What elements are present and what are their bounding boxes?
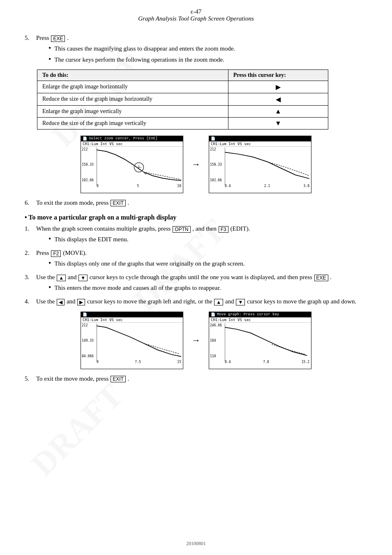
y4-bot: 110 [210,354,222,358]
move-step3-row: 3. Use the ▲ and ▼ cursor keys to cycle … [25,274,367,292]
move-step4-number: 4. [25,298,36,305]
y3-top: 212 [82,324,94,327]
step5-number: 5. [25,35,36,42]
graph1-svg [97,148,181,185]
graph2-ch-label: CH1:Lum Int VS sec [209,141,311,147]
move-step1-text: When the graph screen contains multiple … [36,225,172,232]
optn-key: OPTN [173,226,190,233]
move-step4-content: Use the ◀ and ▶ cursor keys to move the … [36,298,367,305]
table-row: Reduce the size of the graph image verti… [37,117,328,129]
move-step4-section: 4. Use the ◀ and ▶ cursor keys to move t… [25,298,367,369]
graph4-svg [225,324,309,361]
y3-bot: 84.666 [82,354,94,358]
move-graph-subheading: • To move a particular graph on a multi-… [25,214,367,221]
graph1-y-labels: 212 158.33 102.66 [82,148,94,182]
bullet-dot2: • [48,56,51,63]
move-step2-bullet: • This displays only one of the graphs t… [48,259,367,268]
step5-bullet1: • This causes the magnifying glass to di… [48,44,367,53]
f3-key: F3 [219,226,228,233]
move-step1-number: 1. [25,225,36,232]
graph2-doc-icon: 📄 [211,136,215,141]
move-step2-number: 2. [25,250,36,257]
move-step3-and1: and [68,274,78,280]
zoom-table: To do this: Press this cursor key: Enlar… [37,69,328,130]
right-key: ▶ [77,299,85,305]
left-key: ◀ [57,299,65,305]
y-label-top: 212 [82,148,94,151]
zoom-graph2: 📄 CH1:Lum Int VS sec 212 158.33 102.66 [209,136,311,193]
step5-bullet2: • The cursor keys perform the following … [48,55,367,65]
graph3-titlebar: 📄 [81,312,183,317]
graph3-svg [97,324,181,361]
graph3-y-labels: 212 149.33 84.666 [82,324,94,358]
move-step4-text1: Use the [36,298,56,305]
x3-15: 15 [177,360,181,364]
x2-label-21: 2.1 [264,184,270,188]
step5-period: . [67,35,69,41]
x-label-10: 10 [177,184,181,188]
move-step5-content: To exit the move mode, press EXIT . [36,375,367,383]
y3-mid: 149.33 [82,339,94,342]
down-key-1: ▼ [78,275,88,281]
graph3-ch-label: CH1:Lum Int VS sec [81,317,183,323]
x4-04: 0.4 [225,360,231,364]
move-step2-row: 2. Press F2 (MOVE). • This displays only… [25,250,367,268]
step6-text: To exit the zoom mode, press [36,199,108,206]
table-cell-action: Enlarge the graph image vertically [37,105,228,117]
graph2-x-labels: 0.4 2.1 3.8 [225,184,309,188]
exit-key-2: EXIT [111,376,126,382]
move-step3-bullet-text: This enters the move mode and causes all… [54,283,367,293]
step5-press-label: Press [36,35,49,41]
page-title: Graph Analysis Tool Graph Screen Operati… [25,15,367,22]
graph3-area: 212 149.33 84.666 0 7.5 [81,323,183,365]
step5-row: 5. Press EXE . • This causes the magnify… [25,35,367,65]
move-graph4: 📄 Move graph: Press cursor key CH1:Lum I… [209,312,311,369]
bullet-dot-m1: • [48,235,51,243]
table-cell-key: ▲ [228,105,328,117]
exit-key-1: EXIT [111,200,126,206]
table-cell-key: ◀ [228,93,328,105]
page-footer: 20100801 [0,541,392,547]
x-label-0: 0 [97,184,99,188]
zoom-arrow: → [191,159,201,170]
move-step1-content: When the graph screen contains multiple … [36,225,367,244]
bullet-dot-m3: • [48,284,51,291]
graph4-titlebar: 📄 Move graph: Press cursor key [209,312,311,317]
move-step2-section: 2. Press F2 (MOVE). • This displays only… [25,250,367,268]
bullet-dot: • [48,44,51,52]
x4-152: 15.2 [302,360,309,364]
move-step3-bullet: • This enters the move mode and causes a… [48,283,367,293]
table-cell-action: Reduce the size of the graph image horiz… [37,93,228,105]
step6-number: 6. [25,199,36,206]
step6-suffix: . [128,199,129,206]
table-cell-key: ▶ [228,81,328,93]
bullet-dot-m2: • [48,259,51,267]
x3-0: 0 [97,360,99,364]
x2-label-04: 0.4 [225,184,231,188]
move-step2-move: (MOVE). [63,250,87,256]
page-number: ε-47 [25,8,367,15]
move-step4-and2: and [225,298,235,305]
zoom-table-col1-header: To do this: [37,69,228,81]
y-label-bot: 102.66 [82,178,94,182]
x4-78: 7.8 [263,360,269,364]
zoom-graphs-row: 📄 Select zoom center, Press [EXE] CH1:Lu… [25,136,367,193]
graph1-x-labels: 0 5 10 [97,184,181,188]
graph2-area: 212 158.33 102.66 0.4 [209,147,311,189]
move-step3-number: 3. [25,274,36,281]
step6-section: 6. To exit the zoom mode, press EXIT . [25,199,367,207]
x-label-5: 5 [137,184,139,188]
zoom-graph1: 📄 Select zoom center, Press [EXE] CH1:Lu… [81,136,183,193]
move-step4-row: 4. Use the ◀ and ▶ cursor keys to move t… [25,298,367,305]
up-key-2: ▲ [214,299,223,305]
move-step3-section: 3. Use the ▲ and ▼ cursor keys to cycle … [25,274,367,292]
graph4-y-labels: 246.66 184 110 [210,324,222,358]
graph4-doc-icon: 📄 [211,312,215,317]
graph1-title-text: Select zoom center, Press [EXE] [89,136,157,141]
move-step5-row: 5. To exit the move mode, press EXIT . [25,375,367,383]
graph1-ch-label: CH1:Lum Int VS sec [81,141,183,147]
move-graph3: 📄 CH1:Lum Int VS sec 212 149.33 84.666 [81,312,183,369]
move-step3-text2: cursor keys to cycle through the graphs … [90,274,314,280]
move-step1-mid: , and then [192,225,218,232]
step5-bullet1-text: This causes the magnifying glass to disa… [54,44,367,53]
